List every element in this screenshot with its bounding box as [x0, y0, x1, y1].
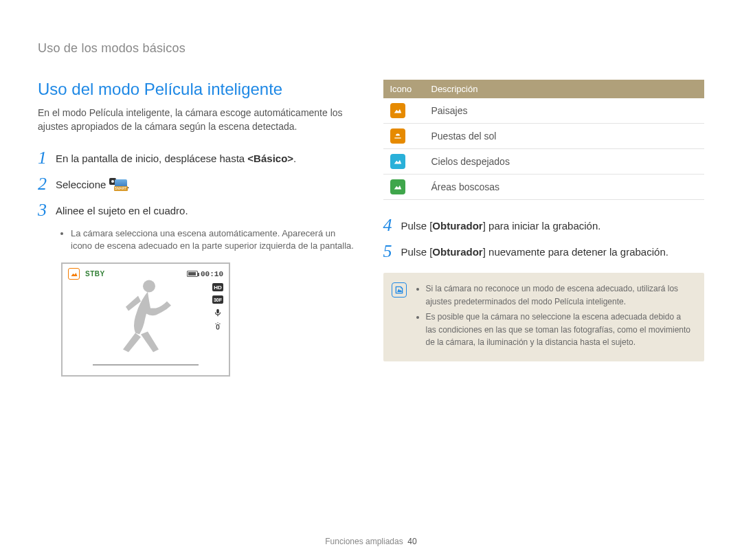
scene-mode-icon [68, 268, 80, 280]
step-5: 5 Pulse [Obturador] nuevamente para dete… [383, 243, 705, 260]
record-time: 00:10 [201, 270, 223, 278]
bullet: La cámara selecciona una escena automáti… [71, 227, 359, 254]
step-text: Pulse [ [401, 246, 433, 258]
step-number: 2 [38, 175, 56, 193]
th-icon: Icono [383, 80, 425, 98]
step-text: Seleccione [56, 179, 109, 190]
left-column: Uso del modo Película inteligente En el … [38, 80, 359, 377]
fps-badge: 30F [212, 295, 223, 304]
step-4: 4 Pulse [Obturador] para iniciar la grab… [383, 216, 705, 234]
step-text: ] para iniciar la grabación. [483, 220, 601, 232]
footer-page: 40 [407, 537, 416, 546]
table-row: Áreas boscosas [383, 175, 705, 200]
cell-desc: Paisajes [425, 98, 705, 124]
cell-desc: Cielos despejados [425, 149, 705, 175]
cell-desc: Áreas boscosas [425, 175, 705, 200]
landscape-icon [390, 103, 405, 118]
ground-line [93, 364, 199, 366]
scene-table: Icono Descripción Paisajes Puestas del s… [383, 80, 705, 200]
content-columns: Uso del modo Película inteligente En el … [38, 80, 704, 377]
step-bold: Obturador [432, 220, 482, 232]
step-body: En la pantalla de inicio, desplácese has… [56, 149, 296, 167]
sunset-icon [390, 128, 405, 144]
camera-lcd-preview: STBY 00:10 HD 30F [61, 262, 230, 377]
step-body: Pulse [Obturador] nuevamente para detene… [401, 243, 668, 260]
table-row: Paisajes [383, 98, 705, 124]
anti-shake-icon [213, 322, 223, 331]
step-number: 4 [383, 216, 401, 234]
smart-label: SMART [114, 186, 128, 191]
breadcrumb: Uso de los modos básicos [38, 41, 704, 56]
step-3-detail: La cámara selecciona una escena automáti… [61, 227, 359, 254]
step-number: 5 [383, 243, 401, 260]
footer-section: Funciones ampliadas [325, 537, 403, 546]
smart-mode-icon: SMART [109, 178, 127, 190]
step-number: 3 [38, 201, 56, 219]
note-item: Si la cámara no reconoce un modo de esce… [426, 282, 694, 308]
battery-icon [187, 271, 198, 277]
table-row: Puestas del sol [383, 124, 705, 149]
th-desc: Descripción [425, 80, 705, 98]
step-text: . [293, 153, 296, 164]
forest-icon [390, 179, 405, 194]
note-icon [392, 282, 407, 298]
intro-paragraph: En el modo Película inteligente, la cáma… [38, 106, 359, 134]
page-footer: Funciones ampliadas 40 [0, 537, 742, 546]
table-row: Cielos despejados [383, 149, 705, 175]
svg-point-0 [143, 280, 155, 293]
step-bold: Obturador [432, 246, 482, 258]
step-body: Pulse [Obturador] para iniciar la grabac… [401, 216, 601, 234]
note-box: Si la cámara no reconoce un modo de esce… [383, 273, 705, 361]
lcd-right-badges: HD 30F [212, 283, 223, 331]
skater-silhouette [108, 276, 183, 360]
mic-icon [213, 308, 223, 317]
step-text: Pulse [ [401, 220, 433, 232]
step-number: 1 [38, 149, 56, 167]
step-2: 2 Seleccione SMART . [38, 175, 359, 193]
clear-sky-icon [390, 154, 405, 169]
page-title: Uso del modo Película inteligente [38, 80, 359, 99]
step-body: Seleccione SMART . [56, 175, 130, 193]
hd-badge: HD [212, 283, 223, 291]
note-item: Es posible que la cámara no seleccione l… [426, 311, 694, 349]
step-3: 3 Alinee el sujeto en el cuadro. [38, 201, 359, 219]
right-column: Icono Descripción Paisajes Puestas del s… [383, 80, 705, 377]
step-text: ] nuevamente para detener la grabación. [483, 246, 668, 258]
cell-desc: Puestas del sol [425, 124, 705, 149]
step-1: 1 En la pantalla de inicio, desplácese h… [38, 149, 359, 167]
step-text: En la pantalla de inicio, desplácese has… [56, 153, 247, 164]
stby-label: STBY [85, 270, 105, 278]
step-body: Alinee el sujeto en el cuadro. [56, 201, 188, 219]
step-bold: <Básico> [247, 153, 293, 164]
